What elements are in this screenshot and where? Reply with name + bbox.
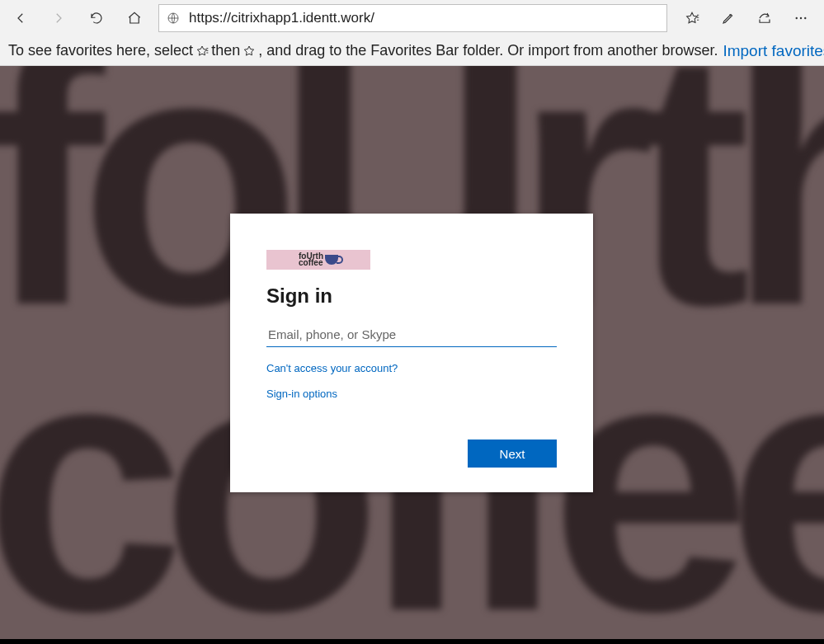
add-favorite-icon [195, 45, 209, 58]
page-content: foUrth coffee foUrthcoffee Sign in Can't… [0, 66, 824, 644]
favorites-button[interactable] [674, 2, 710, 35]
cant-access-link[interactable]: Can't access your account? [266, 362, 398, 374]
toolbar-right [674, 2, 822, 35]
address-bar[interactable] [158, 4, 667, 32]
brand-logo: foUrthcoffee [266, 250, 370, 270]
favbar-text-1: To see favorites here, select [8, 42, 193, 59]
back-button[interactable] [2, 2, 40, 35]
coffee-cup-icon [325, 255, 338, 265]
import-favorites-link[interactable]: Import favorites [723, 42, 824, 60]
notes-button[interactable] [710, 2, 746, 35]
favorites-bar: To see favorites here, select then , and… [0, 36, 824, 66]
svg-point-2 [800, 17, 802, 19]
svg-point-3 [804, 17, 806, 19]
svg-point-1 [796, 17, 798, 19]
home-button[interactable] [115, 2, 153, 35]
signin-card: foUrthcoffee Sign in Can't access your a… [230, 214, 593, 492]
browser-toolbar [0, 0, 824, 36]
more-button[interactable] [783, 2, 819, 35]
favbar-text-2: then [211, 42, 240, 59]
bottom-border [0, 639, 824, 644]
star-icon [242, 45, 256, 58]
next-button[interactable]: Next [468, 440, 557, 468]
brand-text: foUrthcoffee [299, 253, 323, 266]
forward-button[interactable] [40, 2, 78, 35]
url-input[interactable] [187, 9, 660, 27]
site-info-icon[interactable] [166, 11, 181, 26]
refresh-button[interactable] [78, 2, 115, 35]
favbar-text-3: , and drag to the Favorites Bar folder. … [258, 42, 718, 59]
share-button[interactable] [746, 2, 783, 35]
signin-title: Sign in [266, 284, 557, 308]
login-name-input[interactable] [266, 322, 557, 347]
signin-options-link[interactable]: Sign-in options [266, 388, 337, 400]
